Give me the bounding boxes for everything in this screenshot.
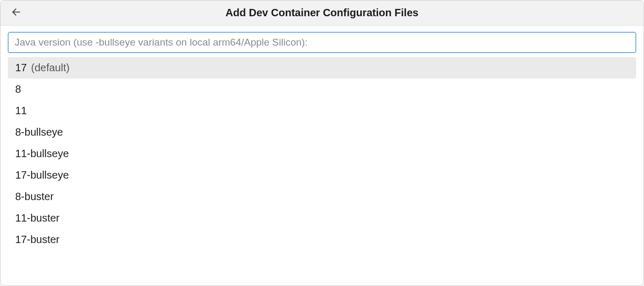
list-item[interactable]: 8-bullseye: [8, 122, 636, 143]
dialog-title: Add Dev Container Configuration Files: [226, 7, 418, 19]
list-item[interactable]: 17 (default): [8, 57, 636, 79]
list-item-label: 17-buster: [15, 234, 60, 246]
list-item[interactable]: 17-buster: [8, 229, 636, 250]
list-item-suffix: (default): [31, 62, 69, 74]
list-item-label: 8: [15, 83, 21, 95]
list-item-label: 11-bullseye: [15, 148, 69, 160]
list-item[interactable]: 8: [8, 79, 636, 100]
list-item[interactable]: 11-buster: [8, 207, 636, 229]
arrow-left-icon: [11, 7, 22, 19]
list-item-label: 17-bullseye: [15, 169, 69, 181]
back-button[interactable]: [9, 6, 24, 20]
quick-pick-dialog: Add Dev Container Configuration Files 17…: [0, 0, 644, 286]
list-item-label: 17: [15, 62, 27, 74]
options-list: 17 (default) 8 11 8-bullseye 11-bullseye…: [1, 57, 643, 285]
list-item[interactable]: 17-bullseye: [8, 164, 636, 186]
list-item-label: 11: [15, 105, 27, 117]
input-container: [1, 26, 643, 57]
dialog-header: Add Dev Container Configuration Files: [1, 1, 643, 26]
list-item[interactable]: 8-buster: [8, 186, 636, 207]
list-item-label: 8-buster: [15, 191, 53, 203]
list-item-label: 8-bullseye: [15, 126, 63, 138]
list-item[interactable]: 11: [8, 100, 636, 122]
list-item[interactable]: 11-bullseye: [8, 143, 636, 164]
list-item-label: 11-buster: [15, 212, 60, 224]
version-input[interactable]: [8, 32, 636, 53]
